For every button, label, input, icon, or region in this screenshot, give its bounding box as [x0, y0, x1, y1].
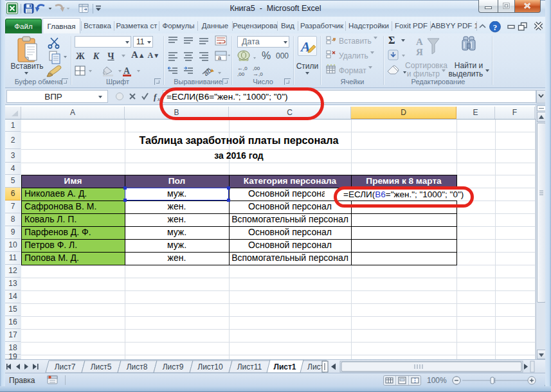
svg-text:А: А: [123, 66, 131, 76]
svg-text:Лист8: Лист8: [127, 362, 148, 371]
svg-text:Лист11: Лист11: [237, 362, 262, 371]
svg-text:,00: ,00: [237, 71, 245, 77]
svg-text:Лист9: Лист9: [163, 362, 184, 371]
svg-text:Лист10: Лист10: [197, 362, 223, 371]
svg-text:А: А: [416, 37, 423, 47]
svg-text:Я: Я: [416, 47, 423, 57]
svg-text:←,0: ←,0: [237, 65, 248, 71]
svg-text:%: %: [262, 50, 271, 61]
svg-text:Лист1: Лист1: [273, 362, 296, 371]
svg-text:000: 000: [276, 51, 289, 60]
svg-text:a: a: [218, 55, 221, 61]
svg-text:?: ?: [493, 22, 498, 32]
svg-text:Лист5: Лист5: [91, 362, 112, 371]
svg-text:→,0: →,0: [253, 71, 263, 77]
svg-text:Лист7: Лист7: [55, 362, 76, 371]
